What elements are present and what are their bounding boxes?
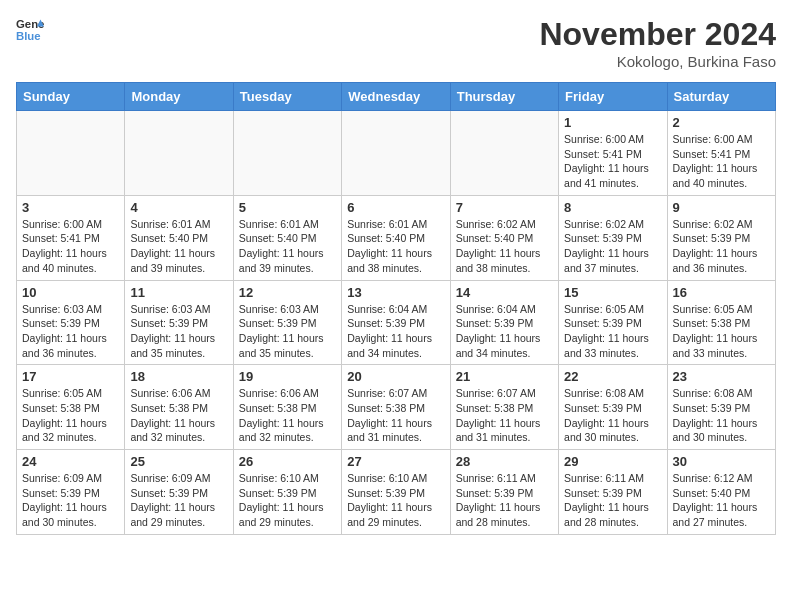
day-info: Sunrise: 6:01 AM Sunset: 5:40 PM Dayligh… xyxy=(239,217,336,276)
day-cell: 23Sunrise: 6:08 AM Sunset: 5:39 PM Dayli… xyxy=(667,365,775,450)
day-number: 24 xyxy=(22,454,119,469)
day-info: Sunrise: 6:00 AM Sunset: 5:41 PM Dayligh… xyxy=(564,132,661,191)
week-row-3: 10Sunrise: 6:03 AM Sunset: 5:39 PM Dayli… xyxy=(17,280,776,365)
day-number: 10 xyxy=(22,285,119,300)
day-cell: 25Sunrise: 6:09 AM Sunset: 5:39 PM Dayli… xyxy=(125,450,233,535)
day-cell: 13Sunrise: 6:04 AM Sunset: 5:39 PM Dayli… xyxy=(342,280,450,365)
day-info: Sunrise: 6:12 AM Sunset: 5:40 PM Dayligh… xyxy=(673,471,770,530)
weekday-monday: Monday xyxy=(125,83,233,111)
logo: General Blue xyxy=(16,16,44,44)
day-number: 26 xyxy=(239,454,336,469)
weekday-wednesday: Wednesday xyxy=(342,83,450,111)
calendar-table: SundayMondayTuesdayWednesdayThursdayFrid… xyxy=(16,82,776,535)
day-cell: 6Sunrise: 6:01 AM Sunset: 5:40 PM Daylig… xyxy=(342,195,450,280)
day-number: 13 xyxy=(347,285,444,300)
day-number: 15 xyxy=(564,285,661,300)
month-title: November 2024 xyxy=(539,16,776,53)
day-info: Sunrise: 6:04 AM Sunset: 5:39 PM Dayligh… xyxy=(456,302,553,361)
day-number: 5 xyxy=(239,200,336,215)
day-cell: 7Sunrise: 6:02 AM Sunset: 5:40 PM Daylig… xyxy=(450,195,558,280)
weekday-tuesday: Tuesday xyxy=(233,83,341,111)
weekday-thursday: Thursday xyxy=(450,83,558,111)
day-info: Sunrise: 6:02 AM Sunset: 5:39 PM Dayligh… xyxy=(564,217,661,276)
day-cell: 10Sunrise: 6:03 AM Sunset: 5:39 PM Dayli… xyxy=(17,280,125,365)
day-number: 29 xyxy=(564,454,661,469)
day-cell: 24Sunrise: 6:09 AM Sunset: 5:39 PM Dayli… xyxy=(17,450,125,535)
day-number: 16 xyxy=(673,285,770,300)
day-number: 3 xyxy=(22,200,119,215)
day-info: Sunrise: 6:02 AM Sunset: 5:39 PM Dayligh… xyxy=(673,217,770,276)
title-block: November 2024 Kokologo, Burkina Faso xyxy=(539,16,776,70)
day-number: 7 xyxy=(456,200,553,215)
day-info: Sunrise: 6:09 AM Sunset: 5:39 PM Dayligh… xyxy=(130,471,227,530)
svg-text:Blue: Blue xyxy=(16,30,41,42)
day-cell: 29Sunrise: 6:11 AM Sunset: 5:39 PM Dayli… xyxy=(559,450,667,535)
day-number: 12 xyxy=(239,285,336,300)
day-info: Sunrise: 6:10 AM Sunset: 5:39 PM Dayligh… xyxy=(347,471,444,530)
day-number: 21 xyxy=(456,369,553,384)
day-info: Sunrise: 6:05 AM Sunset: 5:39 PM Dayligh… xyxy=(564,302,661,361)
day-number: 6 xyxy=(347,200,444,215)
day-number: 23 xyxy=(673,369,770,384)
day-number: 17 xyxy=(22,369,119,384)
location-subtitle: Kokologo, Burkina Faso xyxy=(539,53,776,70)
day-cell: 9Sunrise: 6:02 AM Sunset: 5:39 PM Daylig… xyxy=(667,195,775,280)
day-number: 28 xyxy=(456,454,553,469)
logo-icon: General Blue xyxy=(16,16,44,44)
day-cell: 11Sunrise: 6:03 AM Sunset: 5:39 PM Dayli… xyxy=(125,280,233,365)
day-info: Sunrise: 6:08 AM Sunset: 5:39 PM Dayligh… xyxy=(673,386,770,445)
day-cell xyxy=(233,111,341,196)
day-cell: 2Sunrise: 6:00 AM Sunset: 5:41 PM Daylig… xyxy=(667,111,775,196)
weekday-friday: Friday xyxy=(559,83,667,111)
day-info: Sunrise: 6:02 AM Sunset: 5:40 PM Dayligh… xyxy=(456,217,553,276)
day-info: Sunrise: 6:04 AM Sunset: 5:39 PM Dayligh… xyxy=(347,302,444,361)
day-info: Sunrise: 6:07 AM Sunset: 5:38 PM Dayligh… xyxy=(456,386,553,445)
day-info: Sunrise: 6:08 AM Sunset: 5:39 PM Dayligh… xyxy=(564,386,661,445)
day-number: 25 xyxy=(130,454,227,469)
day-cell: 12Sunrise: 6:03 AM Sunset: 5:39 PM Dayli… xyxy=(233,280,341,365)
day-cell: 18Sunrise: 6:06 AM Sunset: 5:38 PM Dayli… xyxy=(125,365,233,450)
day-cell: 8Sunrise: 6:02 AM Sunset: 5:39 PM Daylig… xyxy=(559,195,667,280)
day-info: Sunrise: 6:03 AM Sunset: 5:39 PM Dayligh… xyxy=(130,302,227,361)
day-number: 19 xyxy=(239,369,336,384)
day-cell xyxy=(450,111,558,196)
day-info: Sunrise: 6:00 AM Sunset: 5:41 PM Dayligh… xyxy=(22,217,119,276)
weekday-header-row: SundayMondayTuesdayWednesdayThursdayFrid… xyxy=(17,83,776,111)
day-number: 30 xyxy=(673,454,770,469)
day-info: Sunrise: 6:03 AM Sunset: 5:39 PM Dayligh… xyxy=(22,302,119,361)
day-number: 20 xyxy=(347,369,444,384)
day-number: 1 xyxy=(564,115,661,130)
day-number: 9 xyxy=(673,200,770,215)
day-number: 8 xyxy=(564,200,661,215)
day-info: Sunrise: 6:05 AM Sunset: 5:38 PM Dayligh… xyxy=(673,302,770,361)
day-cell: 30Sunrise: 6:12 AM Sunset: 5:40 PM Dayli… xyxy=(667,450,775,535)
day-cell: 28Sunrise: 6:11 AM Sunset: 5:39 PM Dayli… xyxy=(450,450,558,535)
day-cell: 5Sunrise: 6:01 AM Sunset: 5:40 PM Daylig… xyxy=(233,195,341,280)
day-info: Sunrise: 6:07 AM Sunset: 5:38 PM Dayligh… xyxy=(347,386,444,445)
weekday-sunday: Sunday xyxy=(17,83,125,111)
day-info: Sunrise: 6:01 AM Sunset: 5:40 PM Dayligh… xyxy=(347,217,444,276)
day-cell: 21Sunrise: 6:07 AM Sunset: 5:38 PM Dayli… xyxy=(450,365,558,450)
week-row-4: 17Sunrise: 6:05 AM Sunset: 5:38 PM Dayli… xyxy=(17,365,776,450)
day-number: 14 xyxy=(456,285,553,300)
day-cell: 22Sunrise: 6:08 AM Sunset: 5:39 PM Dayli… xyxy=(559,365,667,450)
week-row-2: 3Sunrise: 6:00 AM Sunset: 5:41 PM Daylig… xyxy=(17,195,776,280)
day-cell xyxy=(125,111,233,196)
day-info: Sunrise: 6:11 AM Sunset: 5:39 PM Dayligh… xyxy=(564,471,661,530)
day-cell xyxy=(342,111,450,196)
day-cell: 15Sunrise: 6:05 AM Sunset: 5:39 PM Dayli… xyxy=(559,280,667,365)
day-cell: 1Sunrise: 6:00 AM Sunset: 5:41 PM Daylig… xyxy=(559,111,667,196)
page-header: General Blue November 2024 Kokologo, Bur… xyxy=(16,16,776,70)
day-cell: 3Sunrise: 6:00 AM Sunset: 5:41 PM Daylig… xyxy=(17,195,125,280)
day-info: Sunrise: 6:09 AM Sunset: 5:39 PM Dayligh… xyxy=(22,471,119,530)
calendar-body: 1Sunrise: 6:00 AM Sunset: 5:41 PM Daylig… xyxy=(17,111,776,535)
day-cell: 4Sunrise: 6:01 AM Sunset: 5:40 PM Daylig… xyxy=(125,195,233,280)
day-number: 27 xyxy=(347,454,444,469)
weekday-saturday: Saturday xyxy=(667,83,775,111)
day-info: Sunrise: 6:05 AM Sunset: 5:38 PM Dayligh… xyxy=(22,386,119,445)
week-row-1: 1Sunrise: 6:00 AM Sunset: 5:41 PM Daylig… xyxy=(17,111,776,196)
day-info: Sunrise: 6:06 AM Sunset: 5:38 PM Dayligh… xyxy=(239,386,336,445)
day-info: Sunrise: 6:03 AM Sunset: 5:39 PM Dayligh… xyxy=(239,302,336,361)
day-info: Sunrise: 6:11 AM Sunset: 5:39 PM Dayligh… xyxy=(456,471,553,530)
day-number: 2 xyxy=(673,115,770,130)
